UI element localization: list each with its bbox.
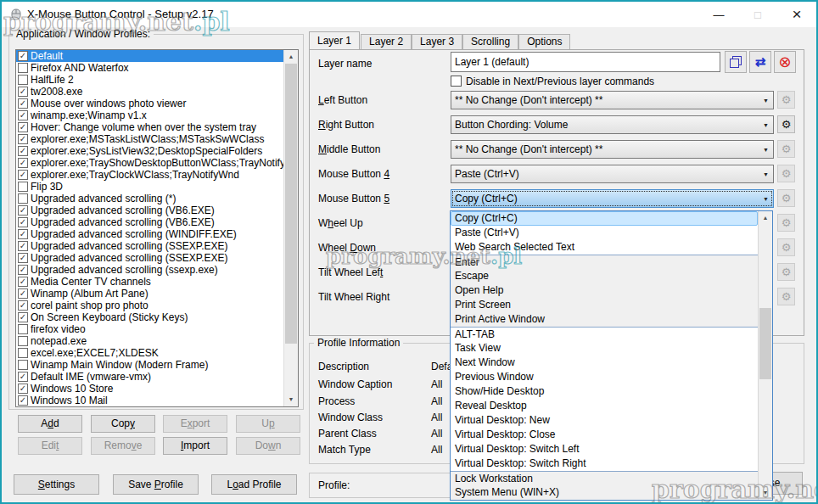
- profile-checkbox[interactable]: ✓: [18, 312, 28, 322]
- profile-list-item[interactable]: ✓Winamp (Album Art Pane): [16, 288, 283, 300]
- tab-options[interactable]: Options: [518, 34, 570, 49]
- profile-checkbox[interactable]: ✓: [18, 110, 28, 120]
- scroll-down-icon[interactable]: ▼: [759, 486, 772, 500]
- profile-list-item[interactable]: ✓Upgraded advanced scrolling (SSEXP.EXE): [16, 252, 283, 264]
- profile-list-item[interactable]: Flip 3D: [16, 181, 283, 193]
- profile-checkbox[interactable]: ✓: [18, 395, 28, 406]
- dropdown-option[interactable]: Virtual Desktop: Close: [451, 428, 758, 442]
- dropdown-option[interactable]: Virtual Desktop: Switch Left: [451, 442, 758, 456]
- profile-checkbox[interactable]: ✓: [18, 205, 28, 216]
- settings-button[interactable]: Settings: [14, 474, 99, 495]
- down-button[interactable]: Down: [236, 437, 300, 455]
- profile-checkbox[interactable]: ✓: [18, 122, 28, 132]
- profile-list-item[interactable]: ✓Upgraded advanced scrolling (ssexp.exe): [16, 264, 283, 276]
- dropdown-option[interactable]: Virtual Desktop: Switch Right: [451, 456, 758, 471]
- dropdown-option[interactable]: Escape: [451, 269, 758, 283]
- tab-layer-3[interactable]: Layer 3: [412, 34, 462, 49]
- profile-checkbox[interactable]: ✓: [18, 300, 28, 311]
- scrollbar-thumb[interactable]: [285, 64, 297, 344]
- up-button[interactable]: Up: [236, 415, 300, 433]
- dropdown-option[interactable]: Reveal Desktop: [451, 399, 758, 413]
- profile-checkbox[interactable]: ✓: [18, 372, 28, 382]
- scroll-up-icon[interactable]: ▲: [759, 211, 772, 225]
- profile-list-item[interactable]: ✓explorer.exe;TrayClockWClass;TrayNotify…: [16, 169, 283, 181]
- dropdown-option[interactable]: Task View: [451, 341, 758, 356]
- dropdown-option[interactable]: Show/Hide Desktop: [451, 384, 758, 399]
- scrollbar-thumb[interactable]: [759, 308, 771, 379]
- profile-checkbox[interactable]: [18, 63, 28, 73]
- save-profile-button[interactable]: Save Profile: [113, 474, 199, 495]
- close-icon[interactable]: ×: [777, 2, 816, 27]
- profile-list-item[interactable]: ✓Windows 10 Mail: [16, 395, 283, 406]
- profile-checkbox[interactable]: ✓: [18, 265, 28, 275]
- profile-list-item[interactable]: ✓Media Center TV channels: [16, 276, 283, 288]
- profile-checkbox[interactable]: ✓: [18, 98, 28, 109]
- tab-layer-1[interactable]: Layer 1: [309, 31, 360, 49]
- mouse-button-4-combobox[interactable]: Paste (Ctrl+V)▼: [451, 165, 774, 183]
- profile-checkbox[interactable]: ✓: [18, 170, 28, 180]
- profile-checkbox[interactable]: ✓: [18, 217, 28, 227]
- profile-list-item[interactable]: HalfLife 2: [16, 74, 283, 86]
- profile-checkbox[interactable]: ✓: [18, 87, 28, 97]
- profile-checkbox[interactable]: [18, 182, 28, 192]
- copy-button[interactable]: Copy: [91, 415, 155, 433]
- dropdown-option[interactable]: Copy (Ctrl+C): [451, 211, 758, 226]
- right-button-gear-button[interactable]: ⚙: [777, 115, 795, 133]
- profile-list-item[interactable]: ✓Mouse over windows photo viewer: [16, 98, 283, 109]
- profile-checkbox[interactable]: [18, 348, 28, 358]
- disable-layer-checkbox[interactable]: [451, 76, 462, 87]
- maximize-icon[interactable]: □: [738, 2, 777, 27]
- profile-list-item[interactable]: ✓Windows 10 Store: [16, 383, 283, 395]
- layer-name-input[interactable]: [451, 52, 720, 72]
- dropdown-option[interactable]: Web Search Selected Text: [451, 240, 758, 255]
- dropdown-option[interactable]: Virtual Desktop: New: [451, 413, 758, 428]
- scroll-down-icon[interactable]: ▼: [284, 393, 298, 406]
- copy-layer-button[interactable]: [725, 51, 747, 73]
- profile-list-item[interactable]: ✓explorer.exe;SysListView32;DesktopSpeci…: [16, 145, 283, 157]
- delete-layer-button[interactable]: ⊗: [774, 51, 796, 73]
- profile-list-item[interactable]: notepad.exe: [16, 335, 283, 347]
- edit-button[interactable]: Edit: [18, 437, 82, 455]
- profile-list-item[interactable]: ✓Upgraded advanced scrolling (VB6.EXE): [16, 204, 283, 216]
- tilt-wheel-left-gear-button[interactable]: ⚙: [777, 263, 795, 281]
- left-button-combobox[interactable]: ** No Change (Don't intercept) **▼: [451, 91, 774, 109]
- profile-list-item[interactable]: ✓On Screen Keyboard (Sticky Keys): [16, 311, 283, 323]
- tab-layer-2[interactable]: Layer 2: [361, 34, 412, 49]
- dropdown-option[interactable]: Next Window: [451, 356, 758, 370]
- minimize-icon[interactable]: —: [699, 2, 738, 27]
- import-button[interactable]: Import: [163, 437, 227, 455]
- wheel-up-gear-button[interactable]: ⚙: [777, 214, 795, 232]
- profile-checkbox[interactable]: ✓: [18, 384, 28, 394]
- profile-checkbox[interactable]: ✓: [18, 158, 28, 168]
- tilt-wheel-right-gear-button[interactable]: ⚙: [777, 288, 795, 305]
- profile-list-item[interactable]: ✓Upgraded advanced scrolling (WINDIFF.EX…: [16, 228, 283, 240]
- profile-list-item[interactable]: ✓winamp.exe;Winamp v1.x: [16, 109, 283, 121]
- profile-checkbox[interactable]: ✓: [18, 253, 28, 263]
- mouse-button-4-gear-button[interactable]: ⚙: [777, 165, 795, 182]
- profile-checkbox[interactable]: ✓: [18, 241, 28, 251]
- scroll-up-icon[interactable]: ▲: [284, 50, 298, 64]
- profile-list-item[interactable]: ✓explorer.exe;TrayShowDesktopButtonWClas…: [16, 157, 283, 169]
- profile-list-item[interactable]: ✓Default: [16, 50, 283, 62]
- profile-list-item[interactable]: ✓corel paint shop pro photo: [16, 300, 283, 311]
- profile-list-item[interactable]: firefox video: [16, 323, 283, 335]
- profile-checkbox[interactable]: [18, 360, 28, 370]
- profile-checkbox[interactable]: ✓: [18, 277, 28, 287]
- profile-list-item[interactable]: ✓Default IME (vmware-vmx): [16, 371, 283, 383]
- action-dropdown-popup[interactable]: Copy (Ctrl+C)Paste (Ctrl+V)Web Search Se…: [450, 210, 773, 501]
- dropdown-option[interactable]: Paste (Ctrl+V): [451, 226, 758, 240]
- dropdown-option[interactable]: Lock Workstation: [451, 471, 758, 485]
- tab-scrolling[interactable]: Scrolling: [462, 34, 518, 49]
- load-profile-button[interactable]: Load Profile: [211, 474, 297, 495]
- profile-list-item[interactable]: Upgraded advanced scrolling (*): [16, 193, 283, 204]
- dropdown-option[interactable]: Open Help: [451, 283, 758, 298]
- profile-list-item[interactable]: Winamp Main Window (Modern Frame): [16, 359, 283, 371]
- remove-button[interactable]: Remove: [91, 437, 155, 455]
- profile-checkbox[interactable]: ✓: [18, 134, 28, 144]
- dropdown-option[interactable]: Enter: [451, 255, 758, 269]
- profile-checkbox[interactable]: ✓: [18, 146, 28, 156]
- profile-checkbox[interactable]: [18, 336, 28, 346]
- profile-checkbox[interactable]: [18, 324, 28, 334]
- middle-button-gear-button[interactable]: ⚙: [777, 140, 795, 158]
- dropdown-option[interactable]: Print Screen: [451, 298, 758, 312]
